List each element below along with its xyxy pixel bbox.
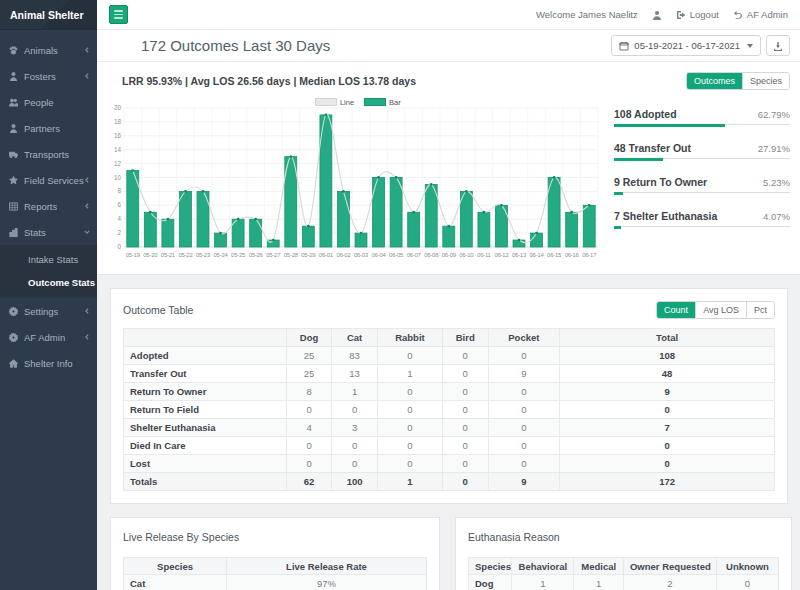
toggle-species[interactable]: Species [743,73,789,89]
svg-text:05-28: 05-28 [284,252,299,258]
sidebar: Animal Shelter AnimalsFostersPeoplePartn… [0,0,97,590]
sidebar-item-settings[interactable]: Settings [0,298,97,324]
sidebar-item-people[interactable]: People [0,89,97,115]
cell-value: 9 [560,383,775,401]
summary-item-7-shelter-euthanasia: 7 Shelter Euthanasia4.07% [614,210,790,229]
row-label: Died In Care [124,437,287,455]
svg-text:05-29: 05-29 [301,252,315,258]
column-header [124,329,287,347]
legend-label: Bar [389,98,401,107]
toggle-pct[interactable]: Pct [747,302,774,318]
chart-icon [9,228,24,237]
table-row: Died In Care000000 [124,437,775,455]
cell-value: 0 [377,401,442,419]
svg-text:18: 18 [114,118,122,125]
cell-value: 0 [332,455,378,473]
sidebar-item-shelter-info[interactable]: Shelter Info [0,350,97,376]
cell-value: 0 [377,383,442,401]
hamburger-menu-button[interactable] [109,5,128,24]
svg-text:06-16: 06-16 [565,252,580,258]
sidebar-item-stats[interactable]: Stats [0,219,97,245]
chevron-left-icon [84,177,90,183]
cell-value: 0 [286,437,332,455]
sidebar-subitem-intake-stats[interactable]: Intake Stats [0,248,97,271]
table-row: Adopted2583000108 [124,347,775,365]
svg-text:4: 4 [117,215,121,222]
svg-text:05-23: 05-23 [196,252,211,258]
row-label: Adopted [124,347,287,365]
outcome-summary-list: 108 Adopted62.79%48 Transfer Out27.91%9 … [614,98,790,264]
export-button[interactable] [766,35,790,56]
cell-value: 0 [442,455,488,473]
column-header: Total [560,329,775,347]
svg-text:06-13: 06-13 [512,252,527,258]
cell-value: 0 [442,365,488,383]
summary-item-top: 9 Return To Owner5.23% [614,176,790,188]
outcomes-chart-svg: 0246810121416182005-1905-2005-2105-2205-… [107,98,602,260]
summary-progress-bar [614,226,621,229]
column-header: Medical [574,558,624,575]
outcome-table: DogCatRabbitBirdPocketTotalAdopted258300… [123,328,775,491]
totals-value: 172 [560,473,775,491]
sidebar-item-animals[interactable]: Animals [0,37,97,63]
column-header: Bird [442,329,488,347]
sidebar-item-fosters[interactable]: Fosters [0,63,97,89]
view-toggle-group: OutcomesSpecies [686,72,790,90]
toggle-avg-los[interactable]: Avg LOS [696,302,747,318]
af-admin-label: AF Admin [747,9,788,20]
main-area: Welcome James Naelitz Logout AF Admin 17… [97,0,800,590]
cell-value: 0 [442,383,488,401]
cell-value: 25 [286,365,332,383]
sidebar-item-af-admin[interactable]: AF Admin [0,324,97,350]
return-arrow-icon [733,10,743,20]
svg-text:14: 14 [114,146,122,153]
cell-value: 0 [488,419,560,437]
svg-text:05-25: 05-25 [231,252,246,258]
live-release-table: SpeciesLive Release RateCat97%Dog93.55%P… [123,557,427,590]
euthanasia-title: Euthanasia Reason [468,531,560,543]
column-header: Cat [332,329,378,347]
svg-text:05-22: 05-22 [178,252,192,258]
svg-text:12: 12 [114,160,122,167]
outcome-table-title: Outcome Table [123,304,193,316]
sidebar-subitem-outcome-stats[interactable]: Outcome Stats [0,271,97,294]
sidebar-item-reports[interactable]: Reports [0,193,97,219]
column-header: Species [469,558,512,575]
column-header: Behavioral [512,558,574,575]
cell-value: 9 [488,365,560,383]
svg-text:06-04: 06-04 [372,252,387,258]
date-range-value: 05-19-2021 - 06-17-2021 [634,40,740,51]
summary-percent: 27.91% [758,143,790,154]
user-profile-button[interactable] [652,10,662,20]
euthanasia-table: SpeciesBehavioralMedicalOwner RequestedU… [468,557,779,590]
logout-button[interactable]: Logout [676,9,719,20]
date-range-picker[interactable]: 05-19-2021 - 06-17-2021 [611,35,761,56]
cell-value: 97% [227,575,427,590]
cell-value: 1 [574,575,624,590]
svg-text:06-09: 06-09 [442,252,456,258]
column-header: Dog [286,329,332,347]
column-header: Species [124,558,227,575]
svg-text:06-17: 06-17 [582,252,596,258]
summary-percent: 5.23% [763,177,790,188]
sidebar-item-transports[interactable]: Transports [0,141,97,167]
user-icon [652,10,662,20]
app-logo[interactable]: Animal Shelter [0,0,97,30]
cell-value: 0 [560,437,775,455]
toggle-count[interactable]: Count [657,302,696,318]
column-header: Owner Requested [623,558,716,575]
summary-percent: 4.07% [763,211,790,222]
af-admin-button[interactable]: AF Admin [733,9,788,20]
outcome-table-card: Outcome Table CountAvg LOSPct DogCatRabb… [110,288,788,504]
sidebar-item-label: Stats [24,227,46,238]
live-release-title: Live Release By Species [123,531,239,543]
summary-item-top: 48 Transfer Out27.91% [614,142,790,154]
toggle-outcomes[interactable]: Outcomes [687,73,743,89]
svg-text:06-03: 06-03 [354,252,369,258]
summary-label: 9 Return To Owner [614,176,707,188]
sidebar-item-partners[interactable]: Partners [0,115,97,141]
sidebar-item-field-services[interactable]: Field Services [0,167,97,193]
svg-text:0: 0 [117,243,121,250]
summary-progress-track [614,192,790,195]
cell-value: 1 [512,575,574,590]
